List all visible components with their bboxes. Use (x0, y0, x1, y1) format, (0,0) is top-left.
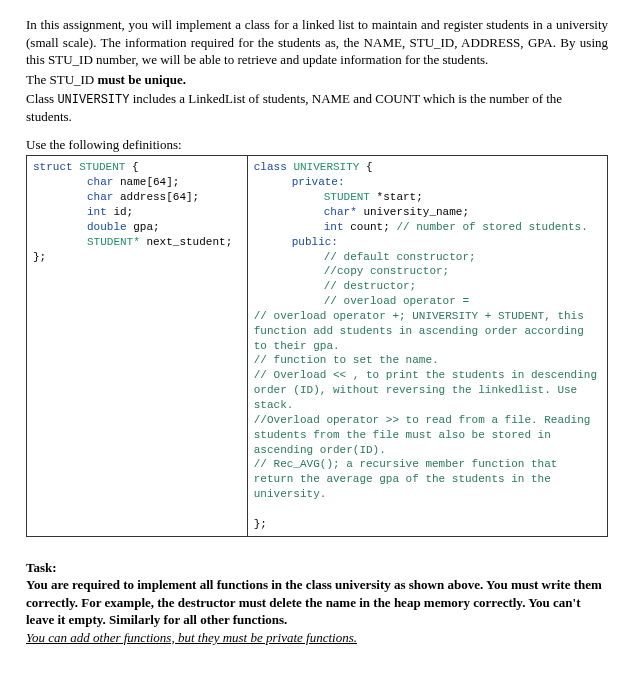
kw-char-1: char (87, 176, 113, 188)
university-class-code: class UNIVERSITY { private: STUDENT *sta… (254, 160, 601, 531)
comment-set-name: // function to set the name. (254, 354, 439, 366)
comment-count: // number of stored students. (396, 221, 587, 233)
field-start: *start; (370, 191, 423, 203)
kw-private: private: (292, 176, 345, 188)
intro-paragraph-2: Class UNIVERSITY includes a LinkedList o… (26, 90, 608, 126)
university-class-cell: class UNIVERSITY { private: STUDENT *sta… (247, 156, 607, 536)
field-next: next_student; (140, 236, 232, 248)
comment-dtor: // destructor; (324, 280, 416, 292)
student-struct-cell: struct STUDENT { char name[64]; char add… (27, 156, 248, 536)
comment-op-eq: // overload operator = (324, 295, 469, 307)
intro-text-1: In this assignment, you will implement a… (26, 17, 608, 67)
class-brace-open: { (359, 161, 372, 173)
use-definitions-label: Use the following definitions: (26, 136, 608, 154)
class-close: }; (254, 518, 267, 530)
field-count: count; (344, 221, 397, 233)
kw-charptr: char* (324, 206, 357, 218)
struct-close: }; (33, 251, 46, 263)
field-name: name[64]; (113, 176, 179, 188)
assignment-intro: In this assignment, you will implement a… (26, 16, 608, 153)
kw-struct: struct (33, 161, 73, 173)
kw-char-2: char (87, 191, 113, 203)
intro-text-1b-bold: must be unique. (98, 72, 187, 87)
brace-open: { (125, 161, 138, 173)
task-label: Task: (26, 559, 608, 577)
task-section: Task: You are required to implement all … (26, 559, 608, 647)
task-body: You are required to implement all functi… (26, 576, 608, 629)
comment-default-ctor: // default constructor; (324, 251, 476, 263)
struct-name: STUDENT (73, 161, 126, 173)
comment-op-out: // Overload << , to print the students i… (254, 369, 597, 411)
kw-double: double (87, 221, 127, 233)
field-uniname: university_name; (357, 206, 469, 218)
student-struct-code: struct STUDENT { char name[64]; char add… (33, 160, 241, 264)
intro-text-1b-prefix: The STU_ID (26, 72, 98, 87)
comment-copy-ctor: //copy constructor; (324, 265, 449, 277)
code-definitions-table: struct STUDENT { char name[64]; char add… (26, 155, 608, 536)
field-address: address[64]; (113, 191, 199, 203)
student-ptr-start: STUDENT (324, 191, 370, 203)
intro-paragraph-1b: The STU_ID must be unique. (26, 71, 608, 89)
field-gpa: gpa; (127, 221, 160, 233)
class-name: UNIVERSITY (287, 161, 360, 173)
kw-public: public: (292, 236, 338, 248)
intro-university-name: UNIVERSITY (57, 93, 129, 107)
kw-int: int (87, 206, 107, 218)
kw-int-count: int (324, 221, 344, 233)
field-id: id; (107, 206, 133, 218)
student-ptr: STUDENT* (87, 236, 140, 248)
comment-rec-avg: // Rec_AVG(); a recursive member functio… (254, 458, 558, 500)
kw-class: class (254, 161, 287, 173)
comment-op-in: //Overload operator >> to read from a fi… (254, 414, 591, 456)
comment-op-plus: // overload operator +; UNIVERSITY + STU… (254, 310, 584, 352)
intro-text-2a: Class (26, 91, 57, 106)
task-note: You can add other functions, but they mu… (26, 629, 608, 647)
intro-paragraph-1: In this assignment, you will implement a… (26, 16, 608, 69)
